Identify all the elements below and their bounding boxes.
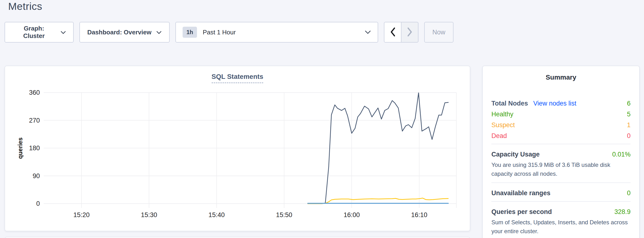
dead-value: 0 xyxy=(627,132,630,140)
total-nodes-row: Total Nodes View nodes list 6 xyxy=(492,100,630,107)
chevron-left-icon xyxy=(390,27,396,38)
svg-text:15:50: 15:50 xyxy=(276,211,292,218)
graph-dropdown-label: Graph: Cluster xyxy=(12,25,56,40)
capacity-usage-value: 0.01% xyxy=(612,151,630,158)
capacity-usage-description: You are using 315.9 MiB of 3.6 TiB usabl… xyxy=(492,160,630,178)
queries-per-second-description: Sum of Selects, Updates, Inserts, and De… xyxy=(492,218,630,235)
capacity-usage-label: Capacity Usage xyxy=(492,151,540,158)
time-range-badge: 1h xyxy=(182,27,197,38)
view-nodes-list-link[interactable]: View nodes list xyxy=(534,100,576,107)
svg-text:180: 180 xyxy=(29,145,40,152)
page-title: Metrics xyxy=(8,1,42,12)
queries-per-second-section: Queries per second 328.9 Sum of Selects,… xyxy=(492,208,630,235)
summary-title: Summary xyxy=(492,73,630,81)
time-range-label: Past 1 Hour xyxy=(203,29,236,36)
graph-dropdown[interactable]: Graph: Cluster xyxy=(4,22,74,43)
svg-text:16:00: 16:00 xyxy=(344,211,360,218)
dead-label: Dead xyxy=(492,132,507,140)
svg-text:queries: queries xyxy=(17,138,24,159)
dead-nodes-row: Dead 0 xyxy=(492,132,630,140)
chevron-down-icon xyxy=(156,29,162,36)
time-back-button[interactable] xyxy=(384,22,402,43)
queries-per-second-label: Queries per second xyxy=(492,208,552,216)
next-chart-card-partial xyxy=(4,237,470,238)
svg-text:15:40: 15:40 xyxy=(208,211,225,218)
svg-text:270: 270 xyxy=(29,117,40,124)
healthy-value: 5 xyxy=(627,110,630,118)
divider xyxy=(492,201,630,202)
unavailable-ranges-section: Unavailable ranges 0 xyxy=(492,189,630,197)
total-nodes-value: 6 xyxy=(627,100,630,107)
divider xyxy=(492,144,630,144)
capacity-usage-section: Capacity Usage 0.01% You are using 315.9… xyxy=(492,151,630,178)
total-nodes-label: Total Nodes xyxy=(492,100,528,107)
chevron-down-icon xyxy=(365,29,371,36)
chevron-right-icon xyxy=(407,27,413,38)
summary-panel: Summary Total Nodes View nodes list 6 He… xyxy=(482,66,640,238)
time-pager xyxy=(384,22,418,43)
chevron-down-icon xyxy=(60,29,66,36)
sql-statements-chart-card: SQL Statements 09018027036015:2015:3015:… xyxy=(4,66,470,231)
svg-text:15:20: 15:20 xyxy=(74,211,90,218)
node-status-rows: Total Nodes View nodes list 6 Healthy 5 … xyxy=(492,100,630,140)
unavailable-ranges-label: Unavailable ranges xyxy=(492,189,550,197)
suspect-value: 1 xyxy=(627,122,630,129)
svg-text:90: 90 xyxy=(33,172,40,180)
svg-text:16:10: 16:10 xyxy=(411,211,427,218)
dashboard-dropdown[interactable]: Dashboard: Overview xyxy=(80,22,170,43)
time-range-picker[interactable]: 1h Past 1 Hour xyxy=(176,22,378,43)
toolbar: Graph: Cluster Dashboard: Overview 1h Pa… xyxy=(4,22,454,43)
svg-text:0: 0 xyxy=(36,200,40,207)
unavailable-ranges-value: 0 xyxy=(627,189,630,197)
dashboard-dropdown-label: Dashboard: Overview xyxy=(87,29,152,36)
sql-statements-chart[interactable]: 09018027036015:2015:3015:4015:5016:0016:… xyxy=(5,66,470,231)
svg-text:360: 360 xyxy=(29,89,40,96)
queries-per-second-value: 328.9 xyxy=(614,208,630,216)
healthy-label: Healthy xyxy=(492,110,514,118)
now-button[interactable]: Now xyxy=(424,22,454,43)
divider xyxy=(492,182,630,183)
suspect-nodes-row: Suspect 1 xyxy=(492,122,630,129)
suspect-label: Suspect xyxy=(492,122,515,129)
svg-text:15:30: 15:30 xyxy=(141,211,157,218)
time-forward-button[interactable] xyxy=(401,22,418,43)
healthy-nodes-row: Healthy 5 xyxy=(492,110,630,118)
